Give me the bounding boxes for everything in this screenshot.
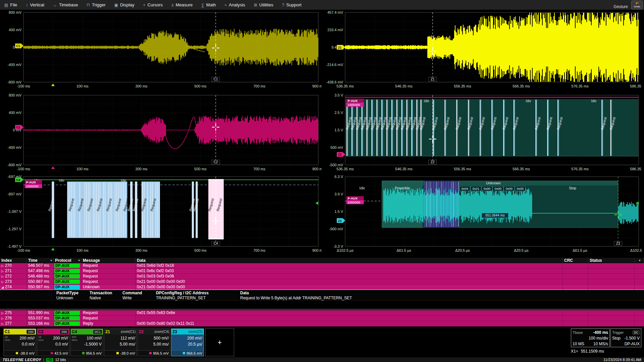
waveform-panel-z1[interactable]: 457.4 mV233.4 mV9.4 mV-214.6 mV-438.6 mV… [323,8,642,92]
descriptor-id: Z3 [172,329,177,334]
descriptor-footer: -38.0 mV [104,350,137,356]
x-axis-label: 536.35 ms [336,167,354,171]
menu-analysis[interactable]: ≈Analysis [220,0,250,10]
column-header-label: Time [28,258,38,263]
column-header-label: CRC [564,258,573,263]
level-marker-icon [116,352,119,354]
descriptor-id: Z1 [105,329,110,334]
menu-measure[interactable]: ±Measure [167,0,197,10]
cursor-readout-label: X1= [571,349,578,354]
cell-data: 0x01 0x55 0x63 0x6e [136,310,563,316]
undo-button[interactable]: ↶ Undo [631,1,643,9]
row-collapsed-icon[interactable]: ▷ [1,317,4,320]
row-collapsed-icon[interactable]: ▷ [1,275,4,278]
channel-descriptor-C4[interactable]: C4DC1500 MHz100 mV/-1.5000 V956.5 mV [70,328,103,356]
trigger-coupling-chip: DC [633,330,640,335]
cell-index: ◢274 [0,285,27,290]
cell-protocol: DP-AUX [54,316,82,321]
sort-arrow-icon: ▾ [78,258,80,263]
timebase-summary[interactable]: Tbase -400 ms 100 ms/div 10 MS 10 MS/s [571,328,610,347]
column-header-status[interactable]: Status [588,258,635,263]
row-collapsed-icon[interactable]: ▷ [1,280,4,284]
row-collapsed-icon[interactable]: ▷ [1,269,4,273]
waveform-panel-z2[interactable]: 3.5 V2.5 V1.5 V500 mV-500 mV536.35 ms546… [323,90,642,175]
bus-badge-value: 1000000 [26,184,39,188]
column-header-message[interactable]: Message [82,258,136,263]
menu-trigger[interactable]: ⊓Trigger [83,0,110,10]
column-header-data[interactable]: Data [136,258,563,263]
trigger-position-marker[interactable] [51,166,55,169]
menu-timebase[interactable]: ↔Timebase [49,0,83,10]
x-axis-label: 546.35 ms [395,84,413,88]
table-row-272[interactable]: ▷272548.488 msDP-AUXRequest0x01 0x03 0xf… [0,274,644,279]
table-header-menu-button[interactable]: ▾ [635,258,644,263]
menu-math[interactable]: ∑Math [197,0,220,10]
menu-display[interactable]: ▣Display [110,0,139,10]
protocol-badge: DP-AUX [54,263,80,268]
cell-message: Request [82,316,136,321]
timebase-scale: 100 ms/div [589,336,608,341]
table-row-275[interactable]: ▷275551.990 msDP-AUXRequest0x01 0x55 0x6… [0,310,644,316]
x-axis-label: Δ20.5 µs [455,248,470,252]
menu-file[interactable]: ▤File [0,0,21,10]
channel-descriptor-Z1[interactable]: Z1zoom(C1)112 mV/5.00 ms/-38.0 mV [104,328,137,356]
channel-descriptor-Z2[interactable]: Z2zoom(C4)500 mV/5.00 ms/956.5 mV [138,328,170,356]
y-axis-label: -1.097 V [7,209,21,214]
cell-status [588,263,635,268]
trigger-position-marker[interactable] [51,83,55,86]
column-header-crc[interactable]: CRC [563,258,588,263]
table-row-274[interactable]: ◢274550.987 msDP-AUXUnknown0x21 0x00 0x0… [0,285,644,290]
column-header-label: Index [1,258,12,263]
waveform-panel-c2[interactable]: 800 mV400 mV0 mV-400 mV-800 mV-100 ms100… [1,90,322,175]
level-value: 956.5 mV [153,351,169,355]
table-row-277[interactable]: ▷277553.166 msDP-AUXReply0x00 0x00 0x80 … [0,321,644,326]
menu-cursors[interactable]: +Cursors [139,0,167,10]
table-row-270[interactable]: ▷270546.507 msDP-AUXRequest0x01 0x6d 0xf… [0,263,644,268]
column-header-index[interactable]: Index [0,258,27,263]
cell-status [588,285,635,290]
trigger-summary[interactable]: Trigger DC Stop -1.500 V DP-AUX [610,328,641,347]
table-row-273[interactable]: ▷273550.987 msDP-AUXRequest0x21 0x00 0x0… [0,279,644,285]
table-row-271[interactable]: ▷271547.498 msDP-AUXRequest0x01 0x6c 0xf… [0,268,644,274]
row-collapsed-icon[interactable]: ▷ [1,322,4,325]
row-expanded-icon[interactable]: ◢ [1,286,4,289]
table-row-276[interactable]: ▷276553.037 msDP-AUXRequest [0,316,644,321]
timebase-title: Tbase [573,330,583,335]
cursor-readout: X1= 551.1509 ms [571,349,642,354]
cell-data: 0x21 0x00 0x00 0x00 0x00 [136,285,563,290]
x-axis-label: 300 ms [136,167,148,171]
descriptor-header: C4DC1 [71,329,103,335]
column-header-label: Message [83,258,100,263]
column-header-protocol[interactable]: Protocol▾ [54,258,82,263]
channel-descriptor-C1[interactable]: C1D5016 GHz200 mV/0.0 mV-38.0 mV [3,328,36,356]
menu-vertical[interactable]: ↕Vertical [21,0,49,10]
descriptor-header: Z2zoom(C4) [138,329,170,335]
table-spacer [0,301,644,309]
trigger-position-marker[interactable] [51,248,55,250]
row-collapsed-icon[interactable]: ▷ [1,311,4,315]
waveform-panel-c4[interactable]: -697 mV-897 mV-1.097 V-1.297 V-1.497 V-1… [1,172,322,256]
menu-support[interactable]: ?Support [278,0,306,10]
cursor-label: C2 [214,160,218,164]
bandwidth-label: 16 GHz [38,336,44,342]
channel-descriptor-Z3[interactable]: Z3zoom(Z2)200 mV/20.5 µs/956.5 mV [171,328,204,356]
bandwidth-label: 500 MHz [72,336,77,342]
channel-descriptor-C2[interactable]: C2D5016 GHz200 mV/0.0 mV42.5 mV [37,328,70,356]
column-header-time[interactable]: Time▾ [27,258,54,263]
descriptor-footer: 956.5 mV [138,350,170,356]
cell-time: 547.498 ms [27,268,54,274]
cell-crc [563,321,588,326]
scale-value: 200 mV/ [187,336,202,341]
waveform-panel-z3[interactable]: 6.3 V3.9 V1.5 V-900 mV-3.3 VΔ102.5 µsΔ61… [323,172,642,256]
x-axis-label: Δ20.5 µs [514,248,529,252]
row-collapsed-icon[interactable]: ▷ [1,264,4,267]
x-axis-label: Δ61.5 µs [573,248,587,252]
add-trace-button[interactable]: + [205,328,234,356]
descriptor-header: C2D50 [37,329,69,335]
menu-utilities[interactable]: ⊞Utilities [250,0,278,10]
scale-value: 500 mV/ [154,336,169,341]
y-axis-label: 3.9 V [334,192,343,196]
waveform-panel-c1[interactable]: 800 mV400 mV0 mV-400 mV-800 mV-100 ms100… [1,8,322,92]
cursor-readout-value: 551.1509 ms [581,349,604,354]
detail-value: Write [122,296,132,300]
